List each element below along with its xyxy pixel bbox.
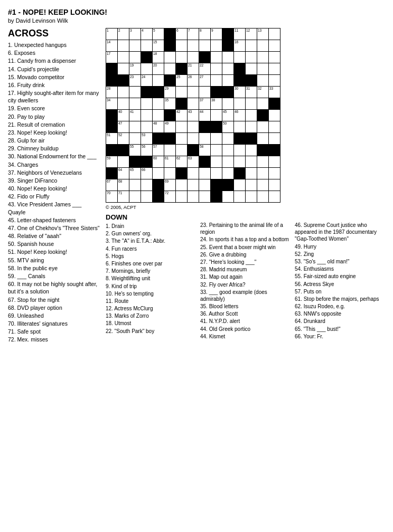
cell-12-6 <box>176 168 188 179</box>
down-clue-36: 36. Author Scott <box>200 310 291 317</box>
cell-1-1 <box>118 40 129 52</box>
cell-2-10 <box>222 52 234 63</box>
cell-4-11 <box>234 75 246 87</box>
cell-8-6 <box>176 121 188 133</box>
cell-6-13 <box>257 98 269 110</box>
cell-14-10 <box>222 191 234 203</box>
down-clue-66: 66. Your: Fr. <box>295 333 385 340</box>
cell-2-5 <box>164 52 176 63</box>
cell-0-10 <box>222 28 234 40</box>
down-clue-27: 27. "Here's looking ___" <box>200 259 291 265</box>
cell-5-0: 28 <box>106 87 118 98</box>
cell-7-0 <box>106 110 118 121</box>
cell-7-12 <box>246 110 257 121</box>
cell-8-12 <box>246 121 257 133</box>
cell-5-6 <box>176 87 188 98</box>
down-clue-44: 44. Old Greek portico <box>200 326 291 332</box>
cell-3-0 <box>106 63 118 75</box>
down-clue-13: 13. Marks of Zorro <box>106 312 196 319</box>
down-clue-53: 53. "So's ___ old man!" <box>295 258 385 265</box>
cell-12-1: 64 <box>118 168 129 179</box>
cell-4-7: 26 <box>188 75 199 87</box>
cell-5-2 <box>129 87 141 98</box>
cell-12-4 <box>153 168 164 179</box>
across-clue-15: 15. Movado competitor <box>8 73 100 81</box>
cell-10-12 <box>246 145 257 156</box>
across-clue-1: 1. Unexpected hangups <box>8 41 100 49</box>
cell-0-9: 9 <box>211 28 222 40</box>
down-clue-28: 28. Madrid museum <box>200 266 291 273</box>
cell-12-12 <box>246 168 257 179</box>
cell-2-3 <box>141 52 153 63</box>
cell-8-8 <box>199 121 211 133</box>
cell-2-1 <box>118 52 129 63</box>
across-clue-14: 14. Cupid's projectile <box>8 65 100 73</box>
cell-13-14 <box>269 179 280 191</box>
down-clue-33: 33. ___ good example (does admirably) <box>200 289 291 302</box>
down-title: DOWN <box>106 213 196 221</box>
cell-3-12 <box>246 63 257 75</box>
byline: by David Levinson Wilk <box>8 17 385 24</box>
cell-3-11 <box>234 63 246 75</box>
across-clue-59: 59. ___ Canals <box>8 272 100 280</box>
across-clue-60: 60. It may not be highly sought after, b… <box>8 280 100 295</box>
cell-7-11: 46 <box>234 110 246 121</box>
cell-6-9: 38 <box>211 98 222 110</box>
cell-1-13 <box>257 40 269 52</box>
cell-11-12 <box>246 156 257 168</box>
cell-2-12 <box>246 52 257 63</box>
down-clue-9: 9. Kind of trip <box>106 283 196 290</box>
cell-14-9 <box>211 191 222 203</box>
cell-5-12: 31 <box>246 87 257 98</box>
cell-11-7: 63 <box>188 156 199 168</box>
down-clue-32: 32. Fly over Africa? <box>200 281 291 288</box>
cell-12-2: 65 <box>129 168 141 179</box>
cell-5-14: 33 <box>269 87 280 98</box>
across-right-col: 46. Supreme Court justice who appeared i… <box>295 213 385 340</box>
cell-10-11 <box>234 145 246 156</box>
cell-7-4 <box>153 110 164 121</box>
down-clue-1: 1. Drain <box>106 223 196 230</box>
cell-14-1: 71 <box>118 191 129 203</box>
across-clue-39: 39. Singer DiFranco <box>8 177 100 184</box>
cell-8-0 <box>106 121 118 133</box>
cell-3-7: 21 <box>188 63 199 75</box>
cell-12-9 <box>211 168 222 179</box>
cell-12-8 <box>199 168 211 179</box>
cell-3-2: 19 <box>129 63 141 75</box>
cell-0-3: 4 <box>141 28 153 40</box>
cell-9-9 <box>211 133 222 145</box>
cell-13-10 <box>222 179 234 191</box>
cell-10-10 <box>222 145 234 156</box>
cell-7-1: 40 <box>118 110 129 121</box>
cell-3-4: 20 <box>153 63 164 75</box>
cell-7-13 <box>257 110 269 121</box>
across-clue-50: 50. Spanish house <box>8 240 100 248</box>
across-clue-71: 71. Safe spot <box>8 328 100 335</box>
down-clue-57: 57. Puts on <box>295 288 385 295</box>
cell-2-6 <box>176 52 188 63</box>
cell-11-1 <box>118 156 129 168</box>
cell-0-8: 8 <box>199 28 211 40</box>
cell-6-0: 34 <box>106 98 118 110</box>
cell-14-5: 72 <box>164 191 176 203</box>
cell-9-2 <box>129 133 141 145</box>
cell-14-0: 70 <box>106 191 118 203</box>
cell-11-3 <box>141 156 153 168</box>
across-clue-45: 45. Letter-shaped fasteners <box>8 216 100 224</box>
cell-11-5: 61 <box>164 156 176 168</box>
cell-2-9 <box>211 52 222 63</box>
cell-13-4 <box>153 179 164 191</box>
cell-0-7: 7 <box>188 28 199 40</box>
cell-13-12 <box>246 179 257 191</box>
down-clue-65: 65. "This ___ bust!" <box>295 326 385 332</box>
across-clue-69: 69. Unleashed <box>8 312 100 319</box>
cell-3-6 <box>176 63 188 75</box>
down-clue-61: 61. Stop before the majors, perhaps <box>295 296 385 302</box>
cell-12-0 <box>106 168 118 179</box>
cell-4-2: 23 <box>129 75 141 87</box>
cell-4-4 <box>153 75 164 87</box>
cell-4-6: 25 <box>176 75 188 87</box>
cell-8-7 <box>188 121 199 133</box>
cell-3-13 <box>257 63 269 75</box>
